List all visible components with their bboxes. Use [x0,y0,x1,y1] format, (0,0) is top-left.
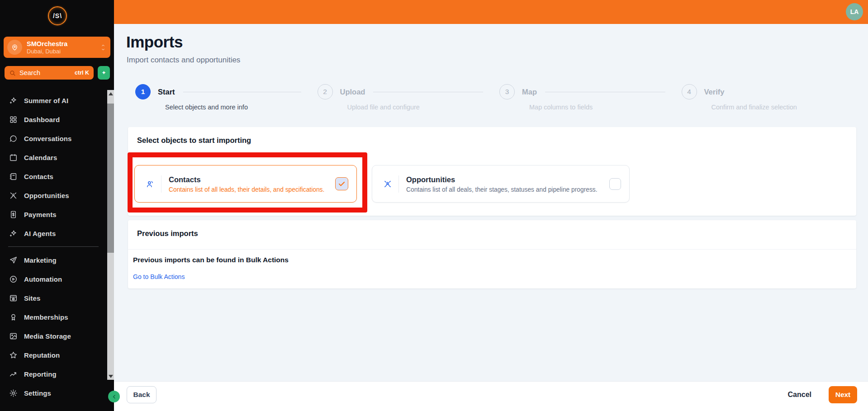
sidebar-item-label: Memberships [24,313,68,321]
sidebar-item-reputation[interactable]: Reputation [0,345,107,364]
sidebar-item-reporting[interactable]: Reporting [0,364,107,383]
star-icon [9,351,18,359]
sidebar-item-label: Conversations [24,135,72,142]
search-input[interactable] [19,69,75,76]
sidebar-item-payments[interactable]: Payments [0,205,107,224]
step-label: Verify [704,88,725,96]
sidebar-item-opportunities[interactable]: Opportunities [0,186,107,205]
sidebar-item-conversations[interactable]: Conversations [0,129,107,148]
sidebar: /S\ SMOrchestra Dubai, Dubai ctrl K ✦ Su… [0,0,114,411]
step-map[interactable]: 3MapMap columns to fields [492,84,674,111]
quick-add-button[interactable]: ✦ [98,66,110,80]
send-icon [9,256,18,265]
scroll-down-arrow-icon[interactable] [107,373,114,380]
sidebar-item-label: Reporting [24,370,57,378]
sidebar-item-sites[interactable]: Sites [0,288,107,307]
step-connector-line [373,92,483,92]
step-description: Map columns to fields [529,104,674,111]
user-voice-icon [146,180,155,189]
sidebar-item-marketing[interactable]: Marketing [0,250,107,269]
gear-icon [9,389,18,397]
account-switcher[interactable]: SMOrchestra Dubai, Dubai [4,37,110,58]
step-number-badge: 4 [682,84,697,99]
sidebar-item-memberships[interactable]: Memberships [0,307,107,326]
sidebar-item-calendars[interactable]: Calendars [0,148,107,167]
page-title: Imports [126,33,183,51]
sparkle-icon [9,229,18,238]
checkbox-unchecked[interactable] [609,178,621,190]
card-divider [161,175,161,193]
sidebar-item-label: Calendars [24,154,57,161]
opportunities-icon [9,191,18,200]
browser-icon [9,294,18,302]
sidebar-item-automation[interactable]: Automation [0,269,107,288]
go-to-bulk-actions-link[interactable]: Go to Bulk Actions [133,273,185,280]
sidebar-divider [8,246,99,247]
award-icon [9,313,18,321]
sidebar-item-label: Summer of AI [24,97,68,104]
sidebar-item-summer-of-ai[interactable]: Summer of AI [0,91,107,110]
checkbox-checked[interactable] [335,177,348,190]
sidebar-item-label: Reputation [24,351,60,359]
step-upload[interactable]: 2UploadUpload file and configure [310,84,493,111]
user-avatar[interactable]: LA [846,3,863,20]
step-start[interactable]: 1StartSelect objects and more info [128,84,310,111]
chat-icon [9,134,18,143]
sparkle-icon [9,96,18,105]
step-number-badge: 2 [318,84,333,99]
sidebar-item-dashboard[interactable]: Dashboard [0,110,107,129]
step-verify[interactable]: 4VerifyConfirm and finalize selection [674,84,857,111]
sidebar-item-label: Dashboard [24,116,60,123]
payments-icon [9,210,18,219]
sidebar-item-label: Automation [24,275,62,283]
search-icon [9,70,16,76]
back-button[interactable]: Back [127,386,157,403]
select-objects-panel: Select objects to start importing Contac… [128,127,856,216]
sidebar-scrollbar[interactable] [107,90,114,380]
step-description: Select objects and more info [165,104,310,111]
sidebar-item-media-storage[interactable]: Media Storage [0,326,107,345]
select-objects-heading: Select objects to start importing [137,136,251,145]
step-description: Upload file and configure [347,104,493,111]
sidebar-item-label: Payments [24,211,57,218]
grid-icon [9,115,18,124]
sidebar-item-label: Marketing [24,256,57,264]
option-card-contacts[interactable]: ContactsContains list of all leads, thei… [134,165,357,203]
sidebar-item-label: Contacts [24,173,53,180]
step-label: Upload [340,88,365,96]
previous-imports-heading: Previous imports [137,229,198,238]
previous-imports-panel: Previous imports Previous imports can be… [128,220,856,288]
panel-divider [128,249,856,250]
account-name: SMOrchestra [27,40,67,47]
sidebar-collapse-button[interactable] [108,391,120,402]
sidebar-item-contacts[interactable]: Contacts [0,167,107,186]
logo-glyph: /S\ [53,12,62,19]
option-card-opportunities[interactable]: OpportunitiesContains list of all deals,… [372,165,630,203]
previous-imports-message: Previous imports can be found in Bulk Ac… [133,256,289,264]
sidebar-item-ai-agents[interactable]: AI Agents [0,224,107,243]
chevron-updown-icon [100,43,106,52]
next-button[interactable]: Next [829,386,857,403]
cancel-button[interactable]: Cancel [788,391,811,399]
app-logo-icon: /S\ [48,6,67,25]
sidebar-item-label: Settings [24,389,51,397]
card-divider [398,175,399,193]
step-connector-line [183,92,301,92]
sidebar-item-label: Sites [24,294,40,302]
step-label: Map [522,88,537,96]
option-description: Contains list of all deals, their stages… [406,186,604,193]
search-shortcut: ctrl K [75,70,89,76]
sidebar-menu: Summer of AIDashboardConversationsCalend… [0,91,107,402]
sidebar-item-label: AI Agents [24,230,56,237]
location-pin-icon [7,40,22,55]
scroll-up-arrow-icon[interactable] [107,90,114,97]
step-connector-line [545,92,665,92]
scrollbar-thumb[interactable] [107,104,114,253]
main-content: Imports Import contacts and opportunitie… [114,24,868,411]
opportunities-icon [383,180,392,189]
sidebar-item-settings[interactable]: Settings [0,383,107,402]
calendar-icon [9,153,18,162]
search-bar[interactable]: ctrl K [5,66,94,80]
footer-bar: Back Cancel Next [114,381,868,411]
sidebar-item-label: Media Storage [24,332,71,340]
